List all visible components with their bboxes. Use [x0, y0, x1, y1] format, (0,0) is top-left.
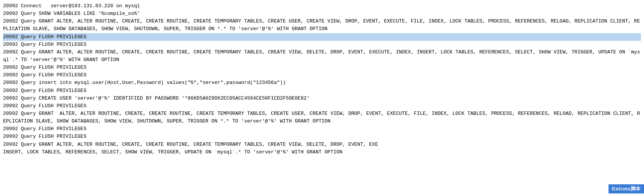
- watermark: Gxlcms脚本: [609, 184, 644, 193]
- log-line: 20992 Query FLUSH PRIVILEGES: [3, 87, 641, 95]
- log-line: 20992 Query insert into mysql.user(Host,…: [3, 79, 641, 87]
- log-line: 20992 Query FLUSH PRIVILEGES: [3, 125, 641, 133]
- log-line: 20992 Query GRANT ALTER, ALTER ROUTINE, …: [3, 110, 641, 125]
- log-lines-wrapper: 20992 Connect server@183.131.83.228 on m…: [3, 2, 641, 156]
- log-line: 20992 Query FLUSH PRIVILEGES: [3, 133, 641, 140]
- log-line: 20992 Connect server@183.131.83.228 on m…: [3, 2, 641, 10]
- log-line: 20992 Query FLUSH PRIVILEGES: [3, 41, 641, 48]
- log-container: 20992 Connect server@183.131.83.228 on m…: [0, 0, 644, 195]
- log-line: 20992 Query GRANT ALTER, ALTER ROUTINE, …: [3, 18, 641, 33]
- log-line: INSERT, LOCK TABLES, REFERENCES, SELECT,…: [3, 148, 641, 156]
- log-line: 20992 Query FLUSH PRIVILEGES: [3, 71, 641, 79]
- log-line: 20992 Query CREATE USER 'server'@'%' IDE…: [3, 95, 641, 102]
- log-line: 20992 Query FLUSH PRIVILEGES: [3, 102, 641, 110]
- log-line: 20992 Query FLUSH PRIVILEGES: [3, 33, 641, 41]
- log-line: 20992 Query GRANT ALTER, ALTER ROUTINE, …: [3, 48, 641, 64]
- log-line: 20992 Query SHOW VARIABLES LIKE '%compil…: [3, 10, 641, 18]
- log-line: 20992 Query GRANT ALTER, ALTER ROUTINE, …: [3, 141, 641, 148]
- log-line: 20992 Query FLUSH PRIVILEGES: [3, 64, 641, 71]
